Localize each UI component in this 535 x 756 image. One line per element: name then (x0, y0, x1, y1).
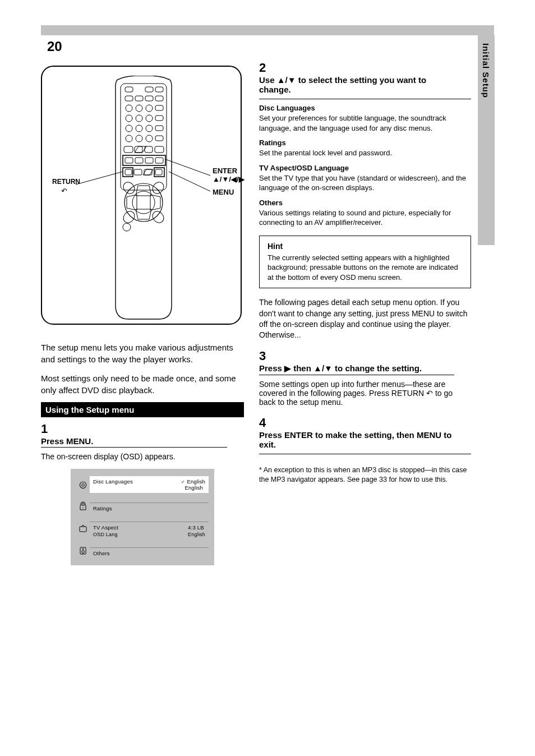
right-column: 2 Use ▲/▼ to select the setting you want… (259, 61, 471, 487)
svg-text:i: i (82, 506, 83, 509)
osd-row3-valueB: English (188, 532, 205, 537)
hint-body: The currently selected setting appears w… (268, 253, 463, 283)
hint-title: Hint (268, 242, 463, 251)
svg-point-54 (82, 548, 84, 550)
section-tab-label: Initial Setup (481, 43, 491, 98)
return-curved-arrow-icon: ↶ (61, 187, 67, 195)
section-tab: Initial Setup (478, 35, 495, 245)
disc-icon: ◎ (76, 479, 90, 490)
step-2-number: 2 (259, 61, 275, 75)
step-3-number: 3 (259, 349, 275, 363)
osd-row-ratings: i Ratings (71, 496, 214, 518)
intro-para-1: The setup menu lets you make various adj… (41, 342, 244, 365)
step-4-number: 4 (259, 416, 275, 430)
osd-row3-sub: OSD Lang (93, 532, 118, 537)
step-1-number: 1 (41, 422, 57, 436)
remote-svg (113, 76, 174, 322)
tv-icon (76, 524, 90, 535)
label-return: RETURN (52, 178, 80, 186)
osd-row2-label: Ratings (93, 505, 112, 511)
setting-disc-languages-title: Disc Languages (259, 104, 471, 112)
setting-disc-languages-body: Set your preferences for subtitle langua… (259, 113, 471, 133)
setting-ratings: Ratings Set the parental lock level and … (259, 139, 471, 158)
step-2-title: Use ▲/▼ to select the setting you want t… (259, 75, 426, 94)
setting-tv-aspect-title: TV Aspect/OSD Language (259, 164, 471, 172)
step-4-title: Press ENTER to make the setting, then ME… (259, 430, 451, 449)
lock-icon: i (76, 501, 90, 513)
remote-diagram: ENTER▲/▼/◀/▶ RETURN ↶ MENU (41, 66, 242, 325)
osd-row-others: Others (71, 541, 214, 563)
speaker-icon (76, 546, 90, 557)
setting-ratings-title: Ratings (259, 139, 471, 147)
osd-row-tv-aspect: TV Aspect OSD Lang 4:3 LB English (71, 518, 214, 541)
osd-row-disc-languages: ◎ Disc Languages ✓ English English (71, 473, 214, 496)
left-column: The setup menu lets you make various adj… (41, 342, 244, 571)
label-menu: MENU (213, 188, 234, 196)
hint-box: Hint The currently selected setting appe… (259, 236, 471, 289)
setting-tv-aspect-body: Set the TV type that you have (standard … (259, 173, 471, 193)
svg-line-49 (169, 172, 210, 191)
setup-heading: Using the Setup menu (41, 402, 244, 417)
label-enter: ENTER▲/▼/◀/▶ (213, 167, 245, 183)
osd-row4-label: Others (93, 550, 110, 556)
intro-para-2: Most settings only need to be made once,… (41, 373, 244, 396)
osd-menu: ◎ Disc Languages ✓ English English i Rat… (71, 469, 214, 565)
step-1-title: Press MENU. (41, 436, 93, 446)
setting-tv-aspect: TV Aspect/OSD Language Set the TV type t… (259, 164, 471, 193)
step-1-desc: The on-screen display (OSD) appears. (41, 452, 176, 461)
return-curved-arrow-icon: ↶ (426, 389, 433, 398)
step-3-intro: The following pages detail each setup me… (259, 297, 471, 340)
setting-others-body: Various settings relating to sound and p… (259, 208, 471, 228)
setting-ratings-body: Set the parental lock level and password… (259, 148, 471, 158)
top-bar (41, 25, 494, 35)
svg-point-53 (82, 550, 85, 553)
setting-others-title: Others (259, 199, 471, 207)
svg-rect-51 (80, 527, 86, 532)
osd-row1-label: Disc Languages (93, 478, 133, 491)
step-3-title: Press ▶ then ▲/▼ to change the setting. (259, 363, 422, 373)
step-3-desc: Some settings open up into further menus… (259, 380, 453, 407)
setting-disc-languages: Disc Languages Set your preferences for … (259, 104, 471, 133)
setting-others: Others Various settings relating to soun… (259, 199, 471, 228)
osd-row1-valueA: English (187, 478, 205, 485)
page-number: 20 (47, 35, 72, 55)
osd-row3-label: TV Aspect (93, 524, 118, 531)
osd-row1-valueB: English (181, 485, 203, 491)
osd-row3-valueA: 4:3 LB (188, 524, 204, 531)
footnote: * An exception to this is when an MP3 di… (259, 465, 471, 485)
